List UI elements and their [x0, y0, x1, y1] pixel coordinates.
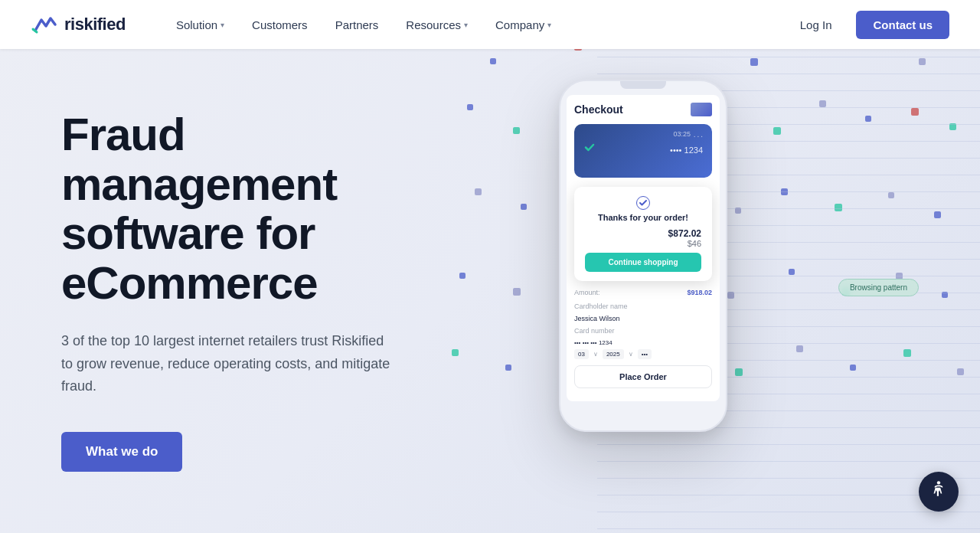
- expiry-row: 03 ∨ 2025 ∨ •••: [574, 349, 712, 359]
- card-info-row: Card number: [574, 327, 712, 335]
- card-number: •••• 1234: [670, 146, 703, 155]
- thanks-title: Thanks for your order!: [585, 213, 701, 222]
- chevron-down-icon: ▾: [464, 21, 468, 29]
- amount-label: Amount:: [574, 289, 600, 296]
- cta-button[interactable]: What we do: [61, 432, 182, 472]
- card-info-label: Card number: [574, 327, 615, 335]
- navbar: riskified Solution ▾ Customers Partners …: [0, 0, 980, 49]
- phone-mockup: Checkout 03:25 ... •••• 1234: [559, 80, 727, 432]
- expiry-v-separator: ∨: [629, 351, 633, 358]
- card-check-icon: [583, 141, 596, 156]
- cardholder-label: Cardholder name: [574, 302, 628, 310]
- phone-notch: [620, 81, 666, 89]
- card-menu-dots: ...: [694, 130, 704, 139]
- hero-title: Fraud management software for eCommerce: [61, 110, 398, 309]
- chevron-down-icon: ▾: [547, 21, 551, 29]
- cardholder-value: Jessica Wilson: [574, 315, 620, 322]
- checkout-title: Checkout: [574, 103, 623, 116]
- price-sub: $46: [585, 239, 701, 248]
- phone-screen: Checkout 03:25 ... •••• 1234: [567, 95, 720, 401]
- phone-header: Checkout: [574, 103, 712, 116]
- expiry-separator: ∨: [593, 351, 598, 358]
- amount-row: Amount: $918.02: [574, 289, 712, 296]
- hero-section: Fraud management software for eCommerce …: [0, 0, 980, 533]
- nav-item-solution[interactable]: Solution ▾: [162, 0, 238, 49]
- continue-shopping-button[interactable]: Continue shopping: [585, 253, 701, 272]
- login-button[interactable]: Log In: [788, 12, 844, 38]
- expiry-cvv-dots: •••: [638, 349, 652, 359]
- thanks-card: Thanks for your order! $872.02 $46 Conti…: [574, 187, 712, 281]
- nav-right: Log In Contact us: [788, 11, 949, 39]
- hero-right: Checkout 03:25 ... •••• 1234: [444, 49, 980, 533]
- credit-card: 03:25 ... •••• 1234: [574, 124, 712, 178]
- amount-value: $918.02: [687, 289, 712, 296]
- hero-subtitle: 3 of the top 10 largest internet retaile…: [61, 330, 398, 398]
- price-main: $872.02: [585, 228, 701, 239]
- nav-item-company[interactable]: Company ▾: [482, 0, 565, 49]
- browsing-pattern-tag: Browsing pattern: [838, 279, 919, 296]
- hero-left: Fraud management software for eCommerce …: [0, 110, 459, 472]
- expiry-year: 2025: [603, 349, 624, 359]
- accessibility-button[interactable]: [919, 472, 959, 512]
- contact-button[interactable]: Contact us: [856, 11, 949, 39]
- nav-item-customers[interactable]: Customers: [238, 0, 322, 49]
- logo-text: riskified: [64, 15, 126, 34]
- card-time: 03:25: [673, 130, 691, 138]
- card-dots-row: ••• ••• ••• 1234: [574, 339, 712, 346]
- nav-item-partners[interactable]: Partners: [322, 0, 393, 49]
- place-order-button[interactable]: Place Order: [574, 365, 712, 388]
- thanks-check-icon: [585, 196, 701, 213]
- card-info-dots: ••• ••• ••• 1234: [574, 339, 612, 346]
- logo[interactable]: riskified: [31, 14, 126, 35]
- svg-point-1: [937, 481, 940, 484]
- card-icon: [691, 103, 712, 116]
- nav-links: Solution ▾ Customers Partners Resources …: [162, 0, 788, 49]
- expiry-month: 03: [574, 349, 589, 359]
- cardholder-value-row: Jessica Wilson: [574, 315, 712, 322]
- accessibility-icon: [929, 479, 949, 504]
- nav-item-resources[interactable]: Resources ▾: [392, 0, 482, 49]
- cardholder-row: Cardholder name: [574, 302, 712, 310]
- chevron-down-icon: ▾: [220, 21, 224, 29]
